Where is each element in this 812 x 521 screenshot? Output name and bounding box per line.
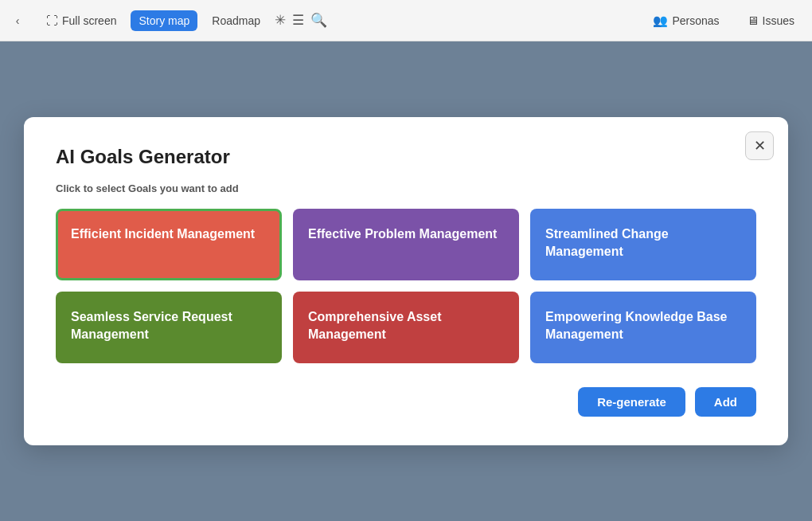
modal-title: AI Goals Generator xyxy=(56,146,756,168)
add-button[interactable]: Add xyxy=(695,387,756,417)
goal-card-empowering-knowledge[interactable]: Empowering Knowledge Base Management xyxy=(530,292,756,363)
back-chevron-icon[interactable]: ‹ xyxy=(10,13,25,29)
nav-right-group: 👥 Personas 🖥 Issues xyxy=(645,10,802,32)
issues-button[interactable]: 🖥 Issues xyxy=(739,10,802,31)
goal-card-efficient-incident[interactable]: Efficient Incident Management xyxy=(56,209,282,280)
fullscreen-button[interactable]: ⛶ Full screen xyxy=(38,10,124,31)
storymap-button[interactable]: Story map xyxy=(131,10,197,31)
topbar: ‹ ⛶ Full screen Story map Roadmap ✳ ☰ 🔍 … xyxy=(0,0,812,41)
issues-icon: 🖥 xyxy=(747,14,759,27)
goals-grid: Efficient Incident Management Effective … xyxy=(56,209,756,363)
goal-card-effective-problem[interactable]: Effective Problem Management xyxy=(293,209,519,280)
search-icon[interactable]: 🔍 xyxy=(310,12,327,29)
close-button[interactable]: ✕ xyxy=(745,131,774,160)
sunburst-icon[interactable]: ✳ xyxy=(275,12,286,29)
goal-card-seamless-service[interactable]: Seamless Service Request Management xyxy=(56,292,282,363)
goal-card-comprehensive-asset[interactable]: Comprehensive Asset Management xyxy=(293,292,519,363)
modal-footer: Re-generate Add xyxy=(56,387,756,417)
roadmap-button[interactable]: Roadmap xyxy=(204,10,268,31)
modal-instructions: Click to select Goals you want to add xyxy=(56,182,756,194)
fullscreen-icon: ⛶ xyxy=(46,14,58,27)
ai-goals-modal: AI Goals Generator ✕ Click to select Goa… xyxy=(24,117,788,445)
regenerate-button[interactable]: Re-generate xyxy=(578,387,685,417)
goal-card-streamlined-change[interactable]: Streamlined Change Management xyxy=(530,209,756,280)
personas-button[interactable]: 👥 Personas xyxy=(645,10,727,32)
nav-left: ‹ xyxy=(10,13,25,29)
modal-overlay: AI Goals Generator ✕ Click to select Goa… xyxy=(0,41,812,521)
menu-icon[interactable]: ☰ xyxy=(292,12,304,29)
personas-icon: 👥 xyxy=(653,14,668,28)
